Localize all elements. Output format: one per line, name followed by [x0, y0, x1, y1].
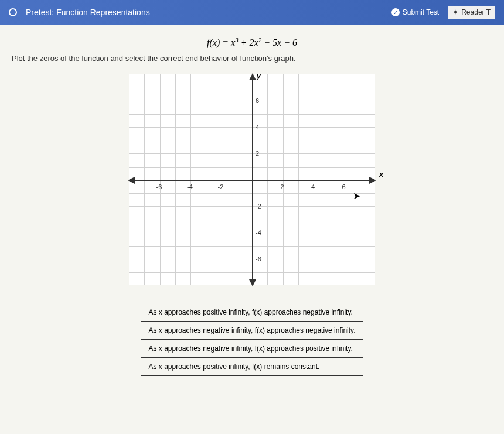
- reader-tools-button[interactable]: ✦ Reader T: [448, 6, 495, 19]
- coordinate-plane[interactable]: y x -6 -4 -2 2 4 6 -6 -4 -2 2 4 6 ➤: [129, 74, 375, 285]
- x-tick: -2: [218, 183, 224, 190]
- x-axis-label: x: [379, 170, 383, 179]
- x-tick: -4: [187, 183, 193, 190]
- arrow-right-icon: [369, 177, 376, 184]
- y-axis-label: y: [257, 72, 261, 80]
- function-formula: f(x) = x3 + 2x2 − 5x − 6: [12, 36, 492, 48]
- wand-icon: ✦: [452, 8, 458, 16]
- arrow-up-icon: [249, 73, 256, 80]
- options-table: As x approaches positive infinity, f(x) …: [141, 303, 363, 376]
- submit-label: Submit Test: [403, 8, 439, 16]
- check-icon: ✓: [391, 8, 400, 16]
- option-4[interactable]: As x approaches positive infinity, f(x) …: [141, 358, 363, 376]
- x-tick: -6: [156, 183, 162, 190]
- answer-options: As x approaches positive infinity, f(x) …: [12, 303, 492, 376]
- graph-container: y x -6 -4 -2 2 4 6 -6 -4 -2 2 4 6 ➤: [12, 74, 492, 285]
- y-tick: -2: [256, 203, 261, 210]
- y-tick: -6: [256, 255, 261, 262]
- y-tick: 4: [256, 124, 259, 131]
- option-2[interactable]: As x approaches negative infinity, f(x) …: [141, 322, 363, 340]
- arrow-left-icon: [128, 177, 135, 184]
- cursor-icon: ➤: [353, 190, 360, 201]
- header-right: ✓ Submit Test ✦ Reader T: [391, 6, 495, 19]
- option-3[interactable]: As x approaches negative infinity, f(x) …: [141, 340, 363, 358]
- y-tick: 2: [256, 150, 259, 157]
- content-area: f(x) = x3 + 2x2 − 5x − 6 Plot the zeros …: [0, 25, 504, 434]
- submit-test-button[interactable]: ✓ Submit Test: [391, 8, 439, 16]
- header-left: Pretest: Function Representations: [9, 8, 150, 17]
- reader-label: Reader T: [461, 8, 491, 16]
- y-axis: [252, 74, 253, 285]
- y-tick: -4: [256, 229, 261, 236]
- option-1[interactable]: As x approaches positive infinity, f(x) …: [141, 303, 363, 322]
- arrow-down-icon: [249, 279, 256, 286]
- x-tick: 6: [342, 183, 346, 190]
- instruction-text: Plot the zeros of the function and selec…: [12, 54, 492, 63]
- info-icon[interactable]: [9, 8, 17, 16]
- x-tick: 2: [281, 183, 284, 190]
- app-header: Pretest: Function Representations ✓ Subm…: [0, 0, 504, 25]
- page-title: Pretest: Function Representations: [26, 8, 150, 17]
- y-tick: 6: [256, 97, 259, 104]
- x-tick: 4: [311, 183, 315, 190]
